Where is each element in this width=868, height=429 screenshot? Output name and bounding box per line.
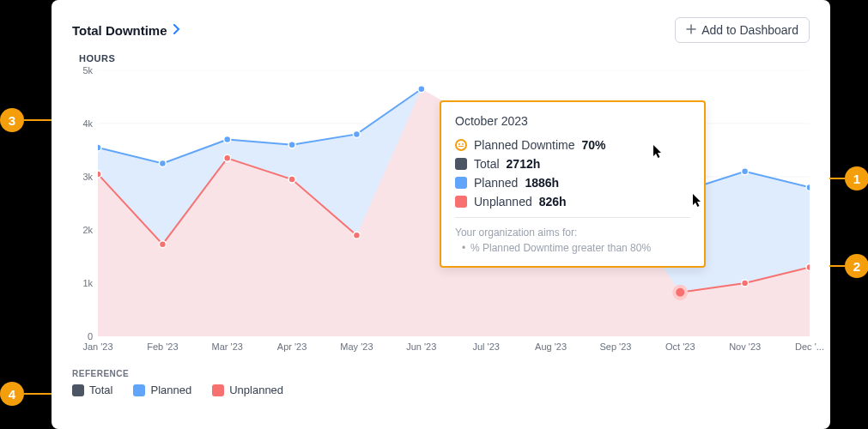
swatch-unplanned — [455, 196, 467, 208]
x-tick: Jan '23 — [82, 341, 112, 352]
swatch-planned — [455, 177, 467, 189]
svg-point-11 — [418, 86, 425, 93]
svg-point-15 — [98, 171, 101, 178]
y-tick: 3k — [82, 172, 93, 182]
svg-point-14 — [806, 184, 810, 190]
cursor-icon — [653, 145, 664, 159]
callout-3: 3 — [0, 108, 52, 132]
callout-number: 1 — [845, 166, 868, 190]
y-tick: 0 — [88, 331, 93, 341]
callout-2: 2 — [829, 254, 868, 278]
legend-item-total[interactable]: Total — [72, 384, 112, 396]
callout-number: 2 — [845, 254, 868, 278]
x-tick: Feb '23 — [147, 341, 178, 352]
tooltip-pct-label: Planned Downtime — [474, 138, 575, 152]
callout-number: 4 — [0, 382, 24, 406]
chart-area: 5k 4k 3k 2k 1k 0 — [72, 70, 810, 362]
cursor-icon — [693, 194, 703, 208]
callout-number: 3 — [0, 108, 24, 132]
tooltip-total-label: Total — [474, 157, 500, 171]
x-tick: Oct '23 — [665, 341, 695, 352]
swatch-total — [72, 384, 84, 396]
chart-card: Total Downtime Add to Dashboard HOURS 5k… — [52, 0, 830, 429]
add-to-dashboard-button[interactable]: Add to Dashboard — [675, 17, 810, 43]
tooltip-total-value: 2712h — [507, 157, 541, 171]
tooltip-unplanned-label: Unplanned — [474, 195, 532, 208]
legend-item-unplanned[interactable]: Unplanned — [212, 384, 283, 396]
legend: REFERENCE Total Planned Unplanned — [72, 369, 810, 396]
x-tick: Mar '23 — [212, 341, 243, 352]
legend-label: Unplanned — [229, 384, 283, 396]
svg-point-17 — [224, 154, 231, 161]
x-tick: Jun '23 — [406, 341, 436, 352]
y-tick: 4k — [82, 118, 93, 129]
chart-tooltip: October 2023 Planned Downtime 70% Total … — [440, 100, 706, 268]
card-header: Total Downtime Add to Dashboard — [72, 17, 810, 43]
plus-icon — [686, 23, 696, 37]
svg-point-9 — [288, 142, 295, 148]
x-tick: May '23 — [340, 341, 373, 352]
add-button-label: Add to Dashboard — [701, 23, 798, 37]
tooltip-planned-value: 1886h — [525, 176, 559, 190]
svg-point-18 — [288, 176, 295, 183]
svg-point-23 — [674, 287, 686, 299]
tooltip-unplanned-value: 826h — [539, 195, 567, 208]
tooltip-title: October 2023 — [455, 114, 690, 128]
x-axis-labels: Jan '23 Feb '23 Mar '23 Apr '23 May '23 … — [98, 341, 810, 362]
y-tick: 5k — [82, 65, 93, 76]
svg-point-8 — [224, 136, 231, 143]
y-axis-labels: 5k 4k 3k 2k 1k 0 — [72, 70, 96, 336]
svg-point-20 — [742, 280, 749, 287]
y-tick: 1k — [82, 278, 93, 288]
x-tick: Dec '... — [795, 341, 824, 352]
y-tick: 2k — [82, 225, 93, 235]
legend-heading: REFERENCE — [72, 369, 810, 378]
face-neutral-icon — [455, 139, 467, 151]
x-tick: Aug '23 — [535, 341, 567, 352]
svg-point-19 — [353, 232, 360, 239]
svg-point-13 — [742, 168, 749, 175]
tooltip-divider — [455, 217, 690, 218]
tooltip-planned-label: Planned — [474, 176, 518, 190]
callout-4: 4 — [0, 382, 52, 406]
tooltip-aim-intro: Your organization aims for: — [455, 227, 690, 239]
legend-label: Planned — [150, 384, 191, 396]
legend-item-planned[interactable]: Planned — [133, 384, 191, 396]
swatch-total — [455, 158, 467, 170]
callout-1: 1 — [829, 166, 868, 190]
chevron-right-icon — [173, 22, 181, 38]
swatch-unplanned — [212, 384, 224, 396]
svg-point-16 — [159, 241, 166, 248]
svg-point-21 — [806, 263, 810, 270]
x-tick: Apr '23 — [277, 341, 307, 352]
svg-point-6 — [98, 144, 101, 151]
svg-point-10 — [353, 130, 360, 137]
x-tick: Nov '23 — [729, 341, 761, 352]
plot-area[interactable]: October 2023 Planned Downtime 70% Total … — [98, 70, 810, 336]
tooltip-aim-item: % Planned Downtime greater than 80% — [455, 242, 690, 254]
x-tick: Jul '23 — [472, 341, 499, 352]
title-link[interactable]: Total Downtime — [72, 22, 181, 38]
x-tick: Sep '23 — [599, 341, 631, 352]
tooltip-pct-value: 70% — [582, 138, 606, 152]
legend-label: Total — [89, 384, 112, 396]
y-axis-title: HOURS — [79, 53, 810, 63]
svg-point-7 — [159, 160, 166, 167]
swatch-planned — [133, 384, 145, 396]
card-title: Total Downtime — [72, 23, 167, 38]
